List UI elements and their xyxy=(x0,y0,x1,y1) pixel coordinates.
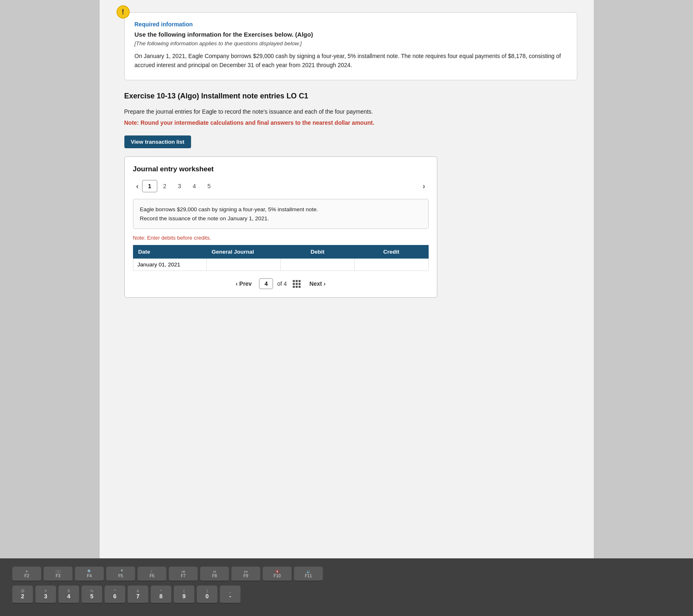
key-5: % 5 xyxy=(82,586,102,604)
worksheet-title: Journal entry worksheet xyxy=(133,165,429,173)
total-pages: of 4 xyxy=(277,280,287,287)
tab-next-arrow[interactable]: › xyxy=(420,180,429,192)
credit-input[interactable] xyxy=(355,259,428,271)
key-f7: ⏮ F7 xyxy=(169,567,198,581)
key-3: # 3 xyxy=(35,586,56,604)
alert-icon: ! xyxy=(117,5,130,19)
date-input[interactable] xyxy=(133,259,207,271)
general-journal-input[interactable] xyxy=(207,259,280,271)
alert-title: Use the following information for the Ex… xyxy=(135,31,567,38)
tab-4[interactable]: 4 xyxy=(187,180,202,192)
exercise-note: Note: Round your intermediate calculatio… xyxy=(124,119,577,127)
tab-1[interactable]: 1 xyxy=(142,180,158,192)
key-f6: ☾ F6 xyxy=(138,567,166,581)
alert-subtitle: [The following information applies to th… xyxy=(135,40,567,47)
tab-3[interactable]: 3 xyxy=(172,180,187,192)
tab-prev-arrow[interactable]: ‹ xyxy=(133,180,142,192)
key-f3: □□ F3 xyxy=(44,567,72,581)
key-9: ( 9 xyxy=(174,586,194,604)
col-general-journal: General Journal xyxy=(207,245,281,259)
exercise-title: Exercise 10-13 (Algo) Installment note e… xyxy=(124,92,577,100)
date-cell[interactable] xyxy=(133,259,207,271)
key-f4: 🔍 F4 xyxy=(75,567,104,581)
key-f10: 🔇 F10 xyxy=(263,567,292,581)
general-journal-cell[interactable] xyxy=(207,259,281,271)
debit-input[interactable] xyxy=(281,259,354,271)
next-arrow-icon: › xyxy=(324,280,326,287)
journal-entry-worksheet: Journal entry worksheet ‹ 1 2 3 4 5 › Ea… xyxy=(124,156,437,298)
prev-arrow-icon: ‹ xyxy=(236,280,238,287)
key-7: & 7 xyxy=(128,586,148,604)
key-f2: ✦ F2 xyxy=(12,567,41,581)
tab-2[interactable]: 2 xyxy=(157,180,172,192)
alert-body: On January 1, 2021, Eagle Company borrow… xyxy=(135,51,567,70)
tab-5[interactable]: 5 xyxy=(202,180,217,192)
alert-box: ! Required information Use the following… xyxy=(124,12,577,80)
key-8: * 8 xyxy=(151,586,171,604)
view-transaction-button[interactable]: View transaction list xyxy=(124,135,191,148)
key-f9: ⏭ F9 xyxy=(231,567,260,581)
key-f8: ⏯ F8 xyxy=(200,567,229,581)
table-row xyxy=(133,259,428,271)
pagination: ‹ Prev 4 of 4 Next › xyxy=(133,278,429,289)
key-6: ^ 6 xyxy=(105,586,125,604)
journal-table: Date General Journal Debit Credit xyxy=(133,245,429,271)
main-key-row: @ 2 # 3 $ 4 % 5 ^ 6 & 7 * 8 ( 9 xyxy=(12,586,681,604)
worksheet-description: Eagle borrows $29,000 cash by signing a … xyxy=(133,199,429,229)
next-button[interactable]: Next › xyxy=(306,279,329,289)
prev-button[interactable]: ‹ Prev xyxy=(232,279,255,289)
key-2: @ 2 xyxy=(12,586,33,604)
col-date: Date xyxy=(133,245,207,259)
key-f5: 🎤 F5 xyxy=(106,567,135,581)
key-4: $ 4 xyxy=(58,586,79,604)
key-minus: _ - xyxy=(220,586,240,604)
col-debit: Debit xyxy=(281,245,355,259)
credit-cell[interactable] xyxy=(355,259,428,271)
exercise-instructions: Prepare the journal entries for Eagle to… xyxy=(124,107,577,116)
grid-icon xyxy=(293,280,301,288)
col-credit: Credit xyxy=(355,245,428,259)
debit-before-credits-note: Note: Enter debits before credits. xyxy=(133,235,429,241)
key-f11: 🔉 F11 xyxy=(294,567,323,581)
debit-cell[interactable] xyxy=(281,259,355,271)
key-0: ) 0 xyxy=(197,586,217,604)
current-page[interactable]: 4 xyxy=(259,278,273,289)
required-label: Required information xyxy=(135,21,567,28)
keyboard: ✦ F2 □□ F3 🔍 F4 🎤 F5 ☾ F6 ⏮ F7 ⏯ F8 ⏭ xyxy=(0,558,693,616)
fn-key-row: ✦ F2 □□ F3 🔍 F4 🎤 F5 ☾ F6 ⏮ F7 ⏯ F8 ⏭ xyxy=(12,567,681,581)
tab-navigation: ‹ 1 2 3 4 5 › xyxy=(133,180,429,192)
